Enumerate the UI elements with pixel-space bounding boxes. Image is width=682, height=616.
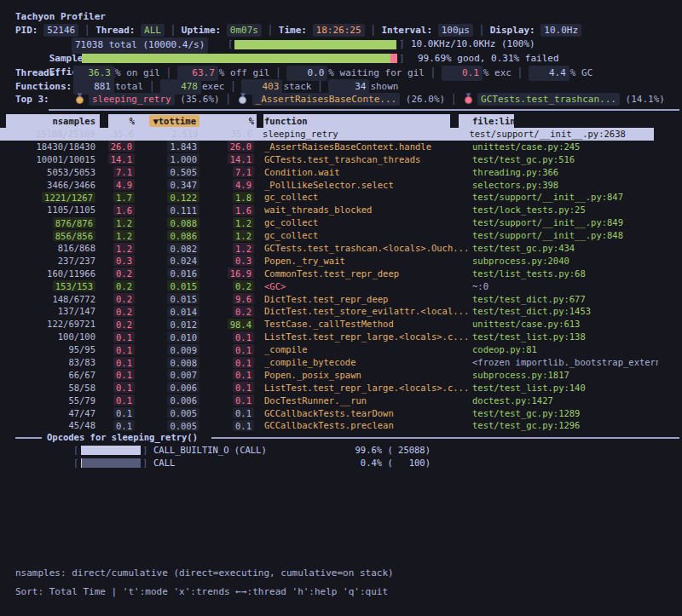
nsamples-value: 160/11966 xyxy=(47,268,95,279)
cell-nsamples: 55/79 xyxy=(15,394,95,407)
samples-rate-bar xyxy=(234,40,396,49)
cell-direct-pct-value: 1.7 xyxy=(113,192,135,203)
column-header-direct-pct[interactable]: % xyxy=(95,114,135,128)
top3-line: Top 3:sleeping_retry (35.6%) │ _AssertRa… xyxy=(0,93,682,107)
cell-nsamples: 1221/1267 xyxy=(15,191,95,204)
silver-medal-icon xyxy=(239,93,248,104)
cell-function-name: gc_collect xyxy=(264,191,471,204)
cell-file-line: threading.py:366 xyxy=(472,166,658,179)
cell-tottime: 0.005 xyxy=(135,407,199,420)
cell-cumulative-pct: 1.2 xyxy=(199,216,254,229)
nsamples-value: 58/58 xyxy=(68,383,95,393)
thread-value[interactable]: ALL xyxy=(141,24,165,37)
table-row[interactable]: 5053/50537.10.5057.1Condition.waitthread… xyxy=(0,166,682,179)
top3-percentage: (35.6%) xyxy=(175,94,220,105)
functions-label: Functions: xyxy=(15,80,73,94)
cell-cumulative-pct-value: 9.6 xyxy=(233,293,254,304)
table-row[interactable]: 83/830.10.0080.1_compile_bytecode<frozen… xyxy=(0,356,682,369)
cell-function-name: CommonTest.test_repr_deep xyxy=(264,268,471,280)
cell-direct-pct: 0.2 xyxy=(95,318,135,331)
column-header-tottime-sorted[interactable]: ▼tottime xyxy=(135,114,199,128)
nsamples-value: 5053/5053 xyxy=(47,167,95,177)
footer-keybindings: Sort: Total Time | 't':mode 'x':trends ←… xyxy=(15,586,388,597)
cell-nsamples: 95/95 xyxy=(15,343,95,356)
thread-stat: 4.4% GC xyxy=(529,67,593,78)
table-row[interactable]: 148/67720.20.0159.6DictTest.test_repr_de… xyxy=(0,293,682,306)
table-row[interactable]: 66/670.10.0070.1Popen._posix_spawnsubpro… xyxy=(0,369,682,382)
cell-direct-pct-value: 0.2 xyxy=(113,268,135,279)
cell-direct-pct-value: 0.1 xyxy=(113,407,135,418)
cell-nsamples: 100/100 xyxy=(15,331,95,343)
cell-tottime-value: 0.005 xyxy=(167,407,199,418)
opcodes-title: Opcodes for sleeping_retry() xyxy=(47,431,198,444)
table-row[interactable]: 95/950.10.0090.1_compilecodeop.py:81 xyxy=(0,343,682,356)
table-row[interactable]: 10001/1001514.11.00014.1GCTests.test_tra… xyxy=(0,153,682,166)
cell-tottime: 0.015 xyxy=(135,280,199,293)
cell-direct-pct: 0.1 xyxy=(95,407,135,420)
separator: │ xyxy=(78,25,95,36)
nsamples-value: 10001/10015 xyxy=(36,154,95,164)
cell-tottime: 0.122 xyxy=(135,191,199,204)
table-row[interactable]: 25188/2518935.62.51935.6sleeping_retryte… xyxy=(0,128,654,141)
cell-function-name: _AssertRaisesBaseContext.handle xyxy=(264,141,471,153)
table-row[interactable]: 160/119660.20.01616.9CommonTest.test_rep… xyxy=(0,268,682,280)
table-row[interactable]: 137/1470.20.0140.2DictTest.test_store_ev… xyxy=(0,305,682,318)
column-header-cumulative-pct[interactable]: % xyxy=(199,114,254,128)
opcode-bar-close-bracket: ] xyxy=(142,444,147,457)
column-header-function[interactable]: function xyxy=(264,114,471,128)
cell-cumulative-pct-value: 1.8 xyxy=(233,192,254,203)
opcode-bar-open-bracket: [ xyxy=(73,457,78,469)
cell-tottime: 0.009 xyxy=(135,343,199,356)
cell-cumulative-pct: 0.3 xyxy=(199,255,254,268)
table-row[interactable]: 122/697210.20.01298.4TestCase._callTestM… xyxy=(0,318,682,331)
cell-cumulative-pct-value: 0.1 xyxy=(233,331,254,343)
table-row[interactable]: 1221/12671.70.1221.8gc_collecttest/suppo… xyxy=(0,191,682,204)
opcode-name: CALL xyxy=(153,457,175,469)
table-row[interactable]: 816/8681.20.0821.2GCTests.test_trashcan.… xyxy=(0,242,682,255)
nsamples-value: 137/147 xyxy=(58,306,95,316)
top3-item[interactable]: sleeping_retry (35.6%) xyxy=(73,94,220,105)
top3-item[interactable]: _AssertRaisesBaseConte... (26.0%) xyxy=(237,94,446,105)
top3-item[interactable]: GCTests.test_trashcan... (14.1%) xyxy=(462,94,665,105)
function-unit: total xyxy=(115,81,143,92)
table-row[interactable]: 3466/34664.90.3474.9_PollLikeSelector.se… xyxy=(0,179,682,192)
table-row[interactable]: 58/580.10.0060.1ListTest.test_repr_large… xyxy=(0,382,682,394)
cell-function-name: gc_collect xyxy=(264,229,471,242)
column-header-nsamples[interactable]: nsamples xyxy=(15,114,95,128)
cell-direct-pct-value: 1.2 xyxy=(113,217,135,228)
table-row[interactable]: 876/8761.20.0881.2gc_collecttest/support… xyxy=(0,216,682,229)
nsamples-value: 237/237 xyxy=(58,256,95,266)
table-row[interactable]: 47/470.10.0050.1GCCallbackTests.tearDown… xyxy=(0,407,682,420)
cell-cumulative-pct: 1.2 xyxy=(199,229,254,242)
cell-direct-pct: 1.2 xyxy=(95,242,135,255)
top3-function-name: sleeping_retry xyxy=(89,93,175,106)
opcode-bar-open-bracket: [ xyxy=(73,444,78,457)
cell-nsamples: 83/83 xyxy=(15,356,95,369)
profile-table: nsamples % ▼tottime % function file:line… xyxy=(0,114,682,432)
table-row[interactable]: 856/8561.20.0861.2gc_collecttest/support… xyxy=(0,229,682,242)
opcode-bar xyxy=(81,446,141,455)
cell-direct-pct: 4.9 xyxy=(95,179,135,192)
cell-direct-pct-value: 0.1 xyxy=(113,344,135,355)
cell-direct-pct: 1.7 xyxy=(95,191,135,204)
cell-direct-pct-value: 0.3 xyxy=(113,255,135,266)
table-row[interactable]: 18430/1843026.01.84326.0_AssertRaisesBas… xyxy=(0,141,682,153)
table-row[interactable]: 237/2370.30.0240.3Popen._try_waitsubproc… xyxy=(0,255,682,268)
cell-direct-pct: 0.1 xyxy=(95,369,135,382)
table-row[interactable]: 1105/11051.60.1111.6wait_threads_blocked… xyxy=(0,204,682,216)
cell-tottime: 0.082 xyxy=(135,242,199,255)
function-stat: 34shown xyxy=(328,81,398,92)
opcode-bar xyxy=(81,458,141,468)
cell-file-line: subprocess.py:1817 xyxy=(472,369,658,382)
table-row[interactable]: 55/790.10.0060.1DocTestRunner.__rundocte… xyxy=(0,394,682,407)
cell-tottime-value: 0.024 xyxy=(167,255,199,266)
samples-bar-open-bracket: [ xyxy=(228,37,234,51)
samples-rate: 10.0KHz/10.0KHz (100%) xyxy=(411,37,535,51)
nsamples-value: 3466/3466 xyxy=(47,180,95,190)
column-header-file-line[interactable]: file:line xyxy=(472,114,658,128)
tachyon-profiler-screen: Tachyon Profiler PID: 52146 │ Thread: AL… xyxy=(0,0,682,616)
table-body: 25188/2518935.62.51935.6sleeping_retryte… xyxy=(0,128,682,432)
cell-file-line: selectors.py:398 xyxy=(472,179,658,192)
table-row[interactable]: 100/1000.10.0100.1ListTest.test_repr_lar… xyxy=(0,331,682,343)
table-row[interactable]: 153/1530.20.0150.2<GC>~:0 xyxy=(0,280,682,293)
